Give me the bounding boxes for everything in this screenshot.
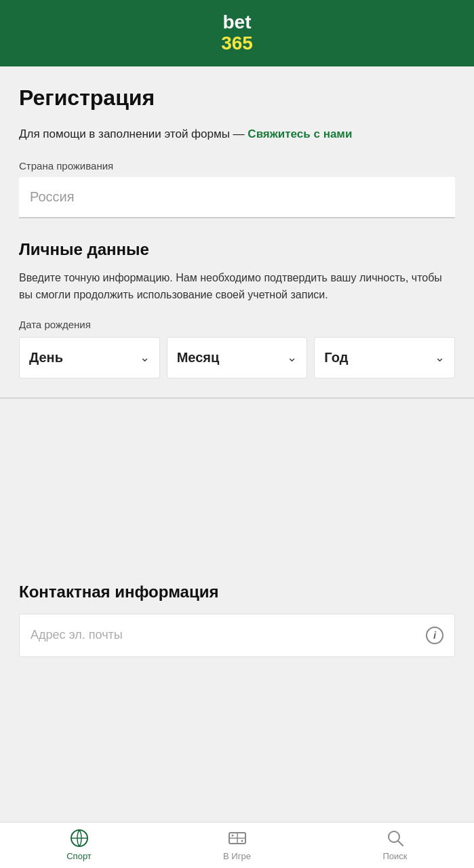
svg-point-4 <box>231 835 233 837</box>
page-title: Регистрация <box>19 85 455 111</box>
app-header: bet 365 <box>0 0 474 66</box>
spacer <box>0 657 474 822</box>
help-text: Для помощи в заполнении этой формы — Свя… <box>19 125 455 143</box>
in-game-icon <box>227 828 248 848</box>
email-placeholder: Адрес эл. почты <box>31 628 123 642</box>
country-value: Россия <box>30 189 75 204</box>
month-select[interactable]: Месяц ⌄ <box>167 337 308 378</box>
contact-section-title: Контактная информация <box>19 583 455 601</box>
sport-icon <box>69 828 90 848</box>
country-select[interactable]: Россия <box>19 177 455 218</box>
nav-in-game[interactable]: В Игре <box>210 828 264 861</box>
logo-bet: bet <box>221 12 253 33</box>
country-field-group: Страна проживания Россия <box>19 160 455 218</box>
help-text-before: Для помощи в заполнении этой формы — <box>19 127 245 140</box>
chevron-down-icon: ⌄ <box>435 350 445 365</box>
personal-section-title: Личные данные <box>19 240 455 259</box>
svg-point-6 <box>389 831 399 842</box>
month-label: Месяц <box>177 350 220 366</box>
search-icon <box>385 828 406 848</box>
search-label: Поиск <box>382 851 407 861</box>
dob-label: Дата рождения <box>19 319 455 330</box>
day-select[interactable]: День ⌄ <box>19 337 160 378</box>
day-label: День <box>29 350 63 366</box>
in-game-label: В Игре <box>223 851 251 861</box>
sport-label: Спорт <box>66 851 92 861</box>
personal-section: Личные данные Введите точную информацию.… <box>19 240 455 378</box>
email-field[interactable]: Адрес эл. почты i <box>19 614 455 657</box>
personal-section-desc: Введите точную информацию. Нам необходим… <box>19 270 455 304</box>
chevron-down-icon: ⌄ <box>140 350 150 365</box>
year-select[interactable]: Год ⌄ <box>314 337 455 378</box>
year-label: Год <box>324 350 348 366</box>
logo: bet 365 <box>221 12 253 54</box>
nav-sport[interactable]: Спорт <box>52 828 106 861</box>
contact-section: Контактная информация Адрес эл. почты i <box>0 564 474 657</box>
logo-365: 365 <box>221 33 253 54</box>
nav-search[interactable]: Поиск <box>368 828 422 861</box>
country-label: Страна проживания <box>19 160 455 172</box>
bottom-nav: Спорт В Игре Поиск <box>0 822 474 868</box>
svg-point-5 <box>241 840 243 842</box>
svg-line-7 <box>398 842 403 846</box>
main-content: Регистрация Для помощи в заполнении этой… <box>0 66 474 564</box>
contact-link[interactable]: Свяжитесь с нами <box>248 127 352 140</box>
chevron-down-icon: ⌄ <box>287 350 297 365</box>
date-row: День ⌄ Месяц ⌄ Год ⌄ <box>19 337 455 378</box>
section-divider <box>0 397 474 399</box>
info-icon[interactable]: i <box>426 627 443 644</box>
